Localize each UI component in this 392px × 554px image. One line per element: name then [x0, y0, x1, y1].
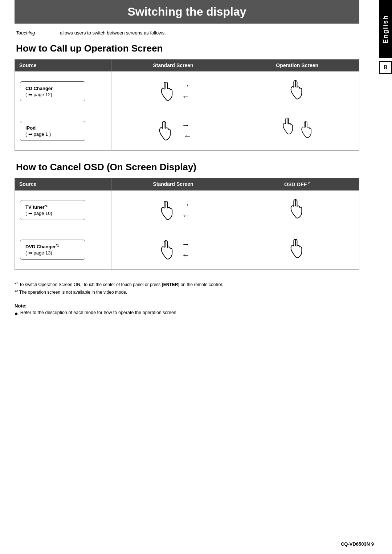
arrows-ipod-standard: → ←	[180, 118, 192, 144]
hand-icon-cd-standard	[156, 80, 178, 102]
section2-header-standard: Standard Screen	[111, 178, 235, 191]
page-number: 8	[384, 64, 387, 71]
intro-line: Touching allows users to switch between …	[15, 30, 359, 36]
intro-touch: Touching	[16, 30, 35, 36]
standard-content-tv: → ←	[117, 194, 230, 226]
source-item-dvd: DVD Changer*1 ( ➡ page 13)	[20, 240, 85, 260]
arrows-cd-standard: → ←	[182, 78, 190, 104]
operation-cell-ipod	[235, 111, 359, 151]
title-bar: Switching the display	[15, 0, 359, 24]
standard-cell-content-ipod: → ←	[117, 115, 230, 147]
osd-superscript: 2	[308, 181, 310, 185]
hand-icon-dvd-osd	[286, 237, 308, 259]
hand-icon-tv-standard	[156, 199, 178, 221]
section2-heading: How to Cancel OSD (On Screen Display)	[15, 162, 359, 173]
osd-cell-tv	[235, 190, 359, 230]
standard-screen-cell-cd: → ←	[111, 72, 235, 111]
cd-changer-label: CD Changer	[25, 86, 53, 91]
section1-heading: How to Call up Operation Screen	[15, 43, 359, 54]
section1-header-operation: Operation Screen	[235, 60, 359, 72]
note-section: Note: ● Refer to the description of each…	[15, 303, 359, 317]
note-bullet-1: ● Refer to the description of each mode …	[15, 310, 359, 317]
arrows-dvd: → ←	[182, 237, 190, 263]
source-cell-dvd: DVD Changer*1 ( ➡ page 13)	[15, 230, 111, 269]
hand-icon-cd-operation	[286, 79, 308, 101]
source-cell-ipod: iPod ( ➡ page 1 )	[15, 111, 111, 151]
section1-header-standard: Standard Screen	[111, 60, 235, 72]
hand-icon-dvd-standard	[156, 239, 178, 261]
dvd-label: DVD Changer*1	[25, 244, 59, 249]
hand-icon-tv-osd	[286, 198, 308, 220]
note-text: Refer to the description of each mode fo…	[20, 310, 178, 315]
source-item-cd: CD Changer ( ➡ page 12)	[20, 81, 85, 101]
table-row: DVD Changer*1 ( ➡ page 13)	[15, 230, 359, 269]
footnote-2: *2 The operation screen is not available…	[15, 288, 359, 296]
source-item-tv: TV tuner*1 ( ➡ page 10)	[20, 200, 85, 220]
source-cell-cd: CD Changer ( ➡ page 12)	[15, 72, 111, 111]
section1-header-source: Source	[15, 60, 111, 72]
tv-label: TV tuner*1	[25, 204, 48, 210]
standard-content-dvd: → ←	[117, 234, 230, 266]
ipod-page: ( ➡ page 1 )	[25, 131, 80, 137]
hand-icon-ipod-operation-2	[296, 120, 318, 142]
standard-cell-content-cd: → ←	[117, 75, 230, 107]
table-row: iPod ( ➡ page 1 ) →	[15, 111, 359, 151]
footnote-1: *1 To switch Operation Screen ON, touch …	[15, 281, 359, 288]
main-content: Switching the display Touching allows us…	[0, 0, 374, 317]
cd-changer-page: ( ➡ page 12)	[25, 92, 80, 97]
standard-screen-cell-ipod: → ←	[111, 111, 235, 151]
table-row: CD Changer ( ➡ page 12)	[15, 72, 359, 111]
section1-table: Source Standard Screen Operation Screen …	[15, 59, 359, 151]
page-title: Switching the display	[127, 5, 246, 18]
hand-icon-ipod-standard	[155, 120, 176, 142]
intro-suffix: allows users to switch between screens a…	[60, 30, 166, 36]
arrows-tv: → ←	[182, 197, 190, 223]
footnotes: *1 To switch Operation Screen ON, touch …	[15, 281, 359, 296]
note-title: Note:	[15, 303, 359, 309]
operation-cell-cd	[235, 72, 359, 111]
page-number-box: 8	[379, 61, 392, 74]
standard-cell-dvd: → ←	[111, 230, 235, 269]
bullet-dot: ●	[15, 310, 18, 317]
source-cell-tv: TV tuner*1 ( ➡ page 10)	[15, 190, 111, 230]
source-item-ipod: iPod ( ➡ page 1 )	[20, 121, 85, 141]
ipod-label: iPod	[25, 125, 36, 131]
tv-page: ( ➡ page 10)	[25, 211, 80, 216]
dvd-page: ( ➡ page 13)	[25, 250, 80, 256]
section2-header-osd: OSD OFF 2	[235, 178, 359, 191]
english-tab: English	[379, 0, 392, 58]
osd-cell-dvd	[235, 230, 359, 269]
english-label: English	[382, 15, 389, 44]
table-row: TV tuner*1 ( ➡ page 10)	[15, 190, 359, 230]
section2-header-source: Source	[15, 178, 111, 191]
section2-table: Source Standard Screen OSD OFF 2 TV tune…	[15, 178, 359, 270]
bottom-info: CQ-VD6503N 9	[341, 541, 374, 547]
hand-container-ipod-operation	[275, 120, 320, 142]
standard-cell-tv: → ←	[111, 190, 235, 230]
